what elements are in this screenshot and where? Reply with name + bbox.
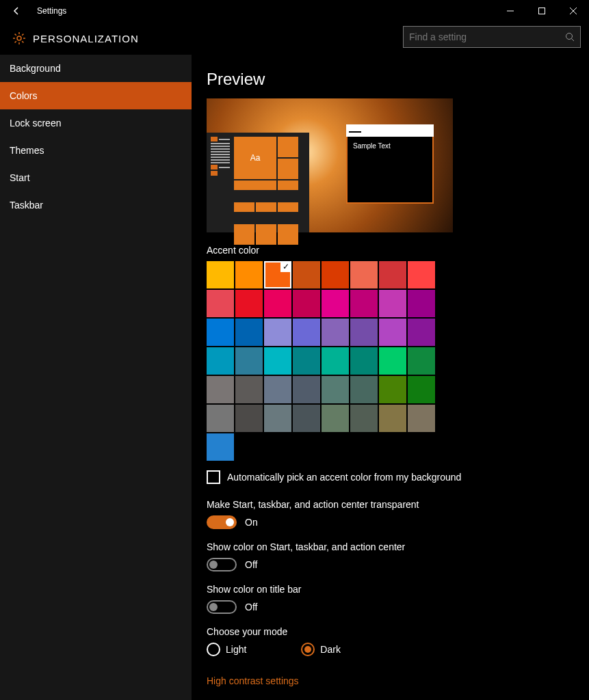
svg-line-12 <box>572 39 575 42</box>
sidebar-item-colors[interactable]: Colors <box>0 82 192 109</box>
minimize-button[interactable] <box>495 0 526 22</box>
accent-swatch[interactable] <box>379 347 406 375</box>
sidebar-item-taskbar[interactable]: Taskbar <box>0 191 192 219</box>
accent-swatch[interactable] <box>408 290 435 317</box>
preview-tile-aa: Aa <box>234 137 276 179</box>
accent-swatch[interactable] <box>293 319 320 346</box>
accent-swatch[interactable] <box>322 290 349 317</box>
radio-circle-icon <box>301 643 315 656</box>
accent-swatch[interactable] <box>408 347 435 375</box>
radio-label: Light <box>226 644 246 655</box>
svg-rect-1 <box>539 8 545 14</box>
accent-swatch[interactable] <box>379 376 406 403</box>
accent-swatch[interactable] <box>350 376 378 403</box>
preview-window-titlebar <box>346 124 434 137</box>
body: BackgroundColorsLock screenThemesStartTa… <box>0 55 589 700</box>
close-button[interactable] <box>558 0 589 22</box>
toggle-switch[interactable] <box>207 515 237 529</box>
maximize-icon <box>538 8 545 14</box>
accent-swatch[interactable] <box>207 319 234 346</box>
sidebar: BackgroundColorsLock screenThemesStartTa… <box>0 55 192 700</box>
accent-swatch[interactable] <box>408 405 435 432</box>
accent-swatch[interactable] <box>264 319 291 346</box>
titlebar: Settings <box>0 0 589 22</box>
auto-pick-label: Automatically pick an accent color from … <box>227 472 461 483</box>
accent-swatch[interactable] <box>408 261 435 288</box>
accent-swatch[interactable] <box>207 433 234 461</box>
accent-swatch[interactable] <box>264 347 291 375</box>
preview-start-list <box>211 137 230 228</box>
accent-swatch[interactable] <box>379 290 406 317</box>
accent-swatch[interactable] <box>322 376 349 403</box>
accent-swatch[interactable] <box>322 319 349 346</box>
accent-swatch[interactable] <box>235 405 263 432</box>
accent-swatch[interactable] <box>293 347 320 375</box>
auto-pick-checkbox[interactable]: Automatically pick an accent color from … <box>207 470 589 484</box>
accent-swatch[interactable] <box>235 319 263 346</box>
mode-radio-dark[interactable]: Dark <box>301 643 341 656</box>
preview-panel: Aa Sample Text <box>207 98 453 232</box>
accent-swatch[interactable] <box>207 376 234 403</box>
svg-point-2 <box>17 36 21 40</box>
accent-swatch[interactable] <box>207 405 234 432</box>
accent-swatch[interactable] <box>322 347 349 375</box>
accent-swatch[interactable] <box>408 376 435 403</box>
mode-radios: LightDark <box>207 643 589 656</box>
accent-swatch[interactable] <box>293 405 320 432</box>
toggle-switch[interactable] <box>207 558 237 571</box>
maximize-button[interactable] <box>526 0 558 22</box>
search-input[interactable] <box>409 31 565 42</box>
preview-tiles: Aa <box>234 137 305 228</box>
accent-swatch[interactable] <box>207 347 234 375</box>
accent-swatch[interactable] <box>264 405 291 432</box>
accent-swatch[interactable] <box>264 376 291 403</box>
preview-heading: Preview <box>207 70 589 89</box>
accent-swatch[interactable] <box>235 261 263 288</box>
svg-line-8 <box>22 41 23 42</box>
mode-label: Choose your mode <box>207 626 589 637</box>
accent-swatch[interactable] <box>350 290 378 317</box>
minimize-icon <box>507 8 514 14</box>
accent-swatch[interactable] <box>379 319 406 346</box>
checkbox-box <box>207 470 220 484</box>
back-arrow-icon <box>12 6 21 16</box>
accent-swatch[interactable] <box>379 405 406 432</box>
accent-swatch[interactable] <box>235 376 263 403</box>
preview-window: Sample Text <box>346 124 434 204</box>
accent-swatch[interactable] <box>207 261 234 288</box>
svg-line-7 <box>15 34 16 36</box>
toggle-setting: Make Start, taskbar, and action center t… <box>207 499 589 529</box>
accent-swatch[interactable] <box>264 261 291 288</box>
sidebar-item-themes[interactable]: Themes <box>0 137 192 164</box>
accent-swatch[interactable] <box>235 347 263 375</box>
preview-start-menu: Aa <box>207 133 309 232</box>
accent-swatch[interactable] <box>350 405 378 432</box>
sidebar-item-background[interactable]: Background <box>0 55 192 82</box>
accent-swatch[interactable] <box>235 290 263 317</box>
accent-swatch[interactable] <box>293 290 320 317</box>
accent-swatch[interactable] <box>322 405 349 432</box>
sidebar-item-start[interactable]: Start <box>0 164 192 191</box>
toggle-state: Off <box>245 559 257 570</box>
back-button[interactable] <box>0 0 33 22</box>
accent-swatch[interactable] <box>350 319 378 346</box>
accent-swatch[interactable] <box>379 261 406 288</box>
accent-swatch[interactable] <box>350 261 378 288</box>
accent-swatch[interactable] <box>207 290 234 317</box>
accent-swatch[interactable] <box>322 261 349 288</box>
accent-swatch[interactable] <box>408 319 435 346</box>
page-title: PERSONALIZATION <box>33 33 139 44</box>
toggle-label: Show color on title bar <box>207 584 589 595</box>
accent-swatch[interactable] <box>350 347 378 375</box>
preview-window-text: Sample Text <box>348 138 432 154</box>
accent-swatch[interactable] <box>264 290 291 317</box>
search-box[interactable] <box>403 26 581 48</box>
accent-swatch[interactable] <box>293 261 320 288</box>
mode-radio-light[interactable]: Light <box>207 643 246 656</box>
high-contrast-link[interactable]: High contrast settings <box>207 675 299 686</box>
sidebar-item-lock-screen[interactable]: Lock screen <box>0 109 192 137</box>
toggle-switch[interactable] <box>207 600 237 614</box>
gear-icon <box>12 31 26 45</box>
accent-swatch[interactable] <box>293 376 320 403</box>
accent-color-grid <box>207 261 436 461</box>
